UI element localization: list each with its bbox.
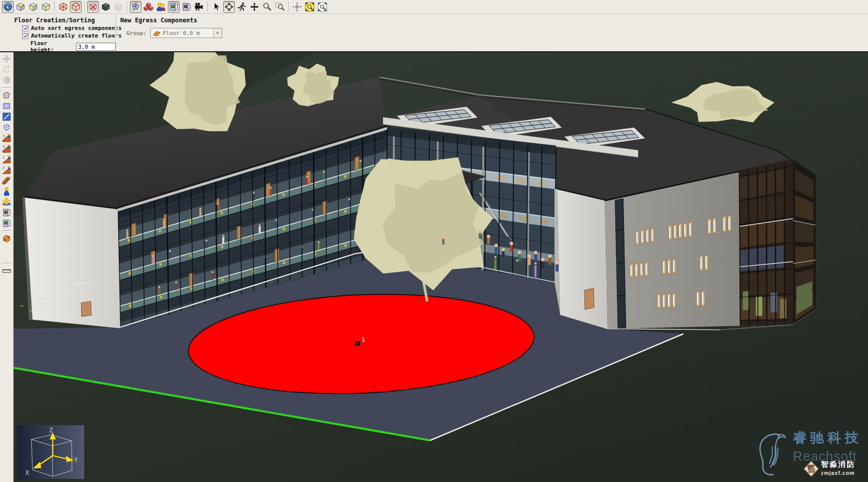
ribbon: Floor Creation/Sorting Auto sort egress … bbox=[0, 14, 868, 52]
rectangle-room-tool-button[interactable] bbox=[1, 101, 12, 111]
solid-dark-mode-icon bbox=[101, 2, 111, 12]
orbit-tool-icon bbox=[224, 2, 234, 12]
svg-text:2: 2 bbox=[3, 145, 5, 149]
checkbox-icon[interactable] bbox=[22, 25, 28, 31]
toolbar-separator bbox=[2, 230, 11, 231]
top-toolbar bbox=[0, 0, 868, 14]
floor-height-input[interactable] bbox=[76, 43, 116, 51]
select-tool-button[interactable] bbox=[211, 1, 222, 13]
thin-room-tool-button[interactable] bbox=[1, 112, 12, 122]
view-front-icon bbox=[28, 2, 38, 12]
view-side-button[interactable] bbox=[40, 1, 52, 13]
navigate-view-tool-button[interactable] bbox=[2, 1, 14, 13]
new-egress-panel: New Egress Components Group: Floor 0.0 m… bbox=[116, 14, 222, 51]
solid-light-mode-button bbox=[113, 1, 124, 13]
axis-y-label: Y bbox=[74, 457, 78, 464]
toolbar-separator bbox=[2, 263, 11, 263]
checkbox-label: Auto sort egress components bbox=[31, 25, 122, 31]
rotate-tool-button bbox=[1, 64, 12, 75]
floor-creation-title: Floor Creation/Sorting bbox=[14, 17, 116, 24]
toolbar-separator bbox=[54, 2, 55, 12]
camera-views-button[interactable] bbox=[193, 1, 205, 13]
zoom-tool-button[interactable] bbox=[261, 1, 273, 13]
polygon-room-tool-icon bbox=[2, 91, 11, 100]
add-occupant-tool-button[interactable] bbox=[1, 186, 12, 196]
toolbar-separator bbox=[2, 87, 11, 88]
reset-view-button[interactable] bbox=[291, 1, 303, 13]
ramp-two-point-tool-button[interactable]: 2 bbox=[1, 165, 12, 175]
elevator-tool-button[interactable] bbox=[1, 233, 12, 244]
zoom-to-fit-icon bbox=[305, 2, 315, 12]
extruded-polygon-tool-icon bbox=[2, 123, 11, 132]
toolbar-separator bbox=[288, 2, 289, 12]
show-doors-icon bbox=[169, 2, 179, 12]
chevron-down-icon[interactable]: ▼ bbox=[213, 28, 222, 38]
zoom-to-fit-button[interactable] bbox=[304, 1, 316, 13]
viewport-3d[interactable]: 1 Z Y X bbox=[14, 52, 868, 482]
hide-geometry-icon bbox=[88, 2, 98, 12]
view-front-button[interactable] bbox=[27, 1, 39, 13]
ramp-one-point-tool-button[interactable]: 1 bbox=[1, 154, 12, 164]
toolbar-separator bbox=[207, 2, 208, 12]
exit-door-tool-button[interactable] bbox=[1, 208, 12, 218]
svg-text:1: 1 bbox=[3, 134, 5, 139]
axis-z-label: Z bbox=[49, 427, 53, 434]
zoom-box-tool-button[interactable] bbox=[274, 1, 286, 13]
checkbox-auto-sort-egress[interactable]: Auto sort egress components bbox=[22, 25, 116, 31]
shaded-wireframe-mode-icon bbox=[71, 2, 81, 12]
thin-room-tool-icon bbox=[2, 112, 11, 121]
show-exits-icon bbox=[182, 2, 191, 12]
show-obstructions-icon bbox=[144, 2, 153, 12]
stairs-two-point-tool-icon: 2 bbox=[2, 144, 11, 153]
scale-tool-icon bbox=[2, 76, 11, 85]
checkbox-auto-create-floors[interactable]: Automatically create floors bbox=[22, 32, 116, 39]
zoom-to-selection-icon bbox=[318, 2, 327, 12]
zoom-box-tool-icon bbox=[275, 2, 285, 12]
zoom-tool-icon bbox=[262, 2, 272, 12]
show-obstructions-button[interactable] bbox=[143, 1, 154, 13]
svg-text:2: 2 bbox=[3, 166, 5, 170]
marker-label: 1 bbox=[362, 336, 365, 343]
escalator-tool-button[interactable] bbox=[1, 176, 12, 186]
floor-icon bbox=[153, 30, 161, 37]
show-doors-button[interactable] bbox=[168, 1, 180, 13]
shaded-wireframe-mode-button[interactable] bbox=[70, 1, 82, 13]
solid-dark-mode-button[interactable] bbox=[100, 1, 112, 13]
show-occupants-button[interactable] bbox=[155, 1, 167, 13]
walk-tool-icon bbox=[237, 2, 247, 12]
wireframe-mode-icon bbox=[58, 2, 68, 12]
axis-x-label: X bbox=[25, 469, 29, 476]
reset-view-icon bbox=[292, 2, 302, 12]
door-tool-button[interactable] bbox=[1, 218, 12, 228]
checkbox-icon[interactable] bbox=[22, 33, 28, 39]
toolbar-separator bbox=[127, 2, 127, 12]
wireframe-mode-button[interactable] bbox=[57, 1, 69, 13]
hide-geometry-button[interactable] bbox=[87, 1, 99, 13]
pan-tool-button[interactable] bbox=[249, 1, 260, 13]
door-tool-icon bbox=[2, 219, 11, 228]
walk-tool-button[interactable] bbox=[236, 1, 248, 13]
move-tool-icon bbox=[2, 54, 11, 63]
scale-tool-button bbox=[1, 75, 12, 85]
floor-height-label: Floor height: bbox=[30, 40, 74, 53]
view-top-button[interactable] bbox=[15, 1, 26, 13]
toolbar-separator bbox=[84, 2, 85, 12]
add-occupant-group-tool-button[interactable] bbox=[1, 197, 12, 207]
axis-gizmo: Z Y X bbox=[17, 425, 84, 479]
zoom-to-selection-button[interactable] bbox=[317, 1, 328, 13]
camera-views-icon bbox=[194, 2, 204, 12]
navigate-view-tool-icon bbox=[3, 2, 13, 12]
measure-tool-button[interactable] bbox=[1, 266, 12, 276]
extruded-polygon-tool-button[interactable] bbox=[1, 122, 12, 132]
view-top-icon bbox=[16, 2, 25, 12]
group-dropdown[interactable]: Floor 0.0 m ▼ bbox=[150, 28, 222, 38]
polygon-room-tool-button[interactable] bbox=[1, 90, 12, 100]
show-exits-button[interactable] bbox=[181, 1, 192, 13]
orbit-tool-button[interactable] bbox=[223, 1, 235, 13]
view-side-icon bbox=[41, 2, 51, 12]
show-navigation-mesh-button[interactable] bbox=[130, 1, 142, 13]
rotate-tool-icon bbox=[2, 65, 11, 74]
stairs-one-point-tool-button[interactable]: 1 bbox=[1, 133, 12, 143]
stairs-two-point-tool-button[interactable]: 2 bbox=[1, 144, 12, 154]
solid-light-mode-icon bbox=[114, 2, 123, 12]
